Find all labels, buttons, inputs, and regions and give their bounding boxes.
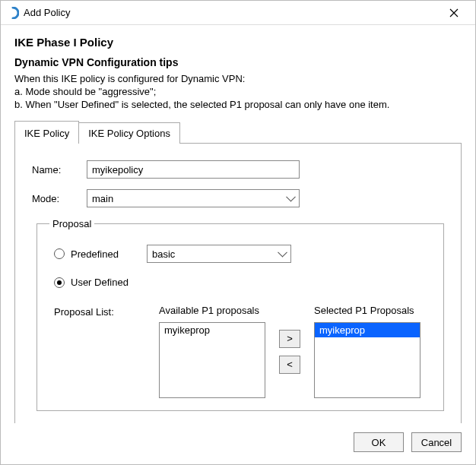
- predefined-label: Predefined: [71, 248, 147, 260]
- window-title: Add Policy: [24, 7, 439, 18]
- mode-select[interactable]: main: [87, 189, 300, 207]
- predefined-radio-row[interactable]: Predefined basic: [54, 245, 431, 263]
- close-button[interactable]: [439, 1, 469, 24]
- userdefined-radio-row[interactable]: User Defined: [54, 277, 431, 288]
- page-heading: IKE Phase I Policy: [14, 36, 462, 49]
- list-item[interactable]: myikeprop: [315, 323, 420, 337]
- predefined-select-value: basic: [152, 248, 175, 260]
- tips-line-a: a. Mode should be "aggressive";: [14, 86, 462, 97]
- close-icon: [449, 8, 459, 17]
- proposal-list-label: Proposal List:: [54, 305, 145, 398]
- titlebar: Add Policy: [1, 1, 475, 25]
- tips-heading: Dynamic VPN Configuration tips: [14, 56, 462, 68]
- move-left-button[interactable]: <: [279, 356, 300, 374]
- proposal-group: Proposal Predefined basic User Defined P…: [36, 218, 444, 411]
- available-listbox[interactable]: myikeprop: [159, 322, 265, 398]
- selected-listbox[interactable]: myikeprop: [314, 322, 420, 398]
- dialog-window: Add Policy IKE Phase I Policy Dynamic VP…: [0, 0, 476, 465]
- move-right-button[interactable]: >: [279, 330, 300, 348]
- predefined-radio[interactable]: [54, 248, 65, 259]
- name-input[interactable]: [87, 160, 300, 179]
- tabs: IKE Policy IKE Policy Options: [14, 121, 462, 144]
- tips-intro: When this IKE policy is configured for D…: [14, 73, 462, 84]
- tips-line-b: b. When "User Defined" is selected, the …: [14, 99, 462, 110]
- available-heading: Available P1 proposals: [159, 305, 265, 316]
- selected-heading: Selected P1 Proposals: [314, 305, 420, 316]
- predefined-select[interactable]: basic: [147, 245, 291, 263]
- content: IKE Phase I Policy Dynamic VPN Configura…: [1, 25, 475, 423]
- name-label: Name:: [32, 164, 87, 176]
- proposal-list-area: Proposal List: Available P1 proposals my…: [54, 305, 431, 398]
- proposal-legend: Proposal: [49, 218, 94, 229]
- footer: OK Cancel: [1, 423, 475, 464]
- mode-label: Mode:: [32, 193, 87, 204]
- app-icon: [7, 7, 19, 19]
- ok-button[interactable]: OK: [354, 432, 404, 452]
- userdefined-label: User Defined: [71, 277, 147, 288]
- list-item[interactable]: myikeprop: [160, 323, 265, 337]
- tab-ike-policy[interactable]: IKE Policy: [14, 121, 79, 144]
- mode-select-value: main: [92, 193, 113, 204]
- tab-panel-ike-policy: Name: Mode: main Proposal Predefined bas…: [14, 143, 462, 423]
- cancel-button[interactable]: Cancel: [411, 432, 462, 452]
- userdefined-radio[interactable]: [54, 277, 65, 288]
- tab-ike-policy-options[interactable]: IKE Policy Options: [78, 122, 180, 144]
